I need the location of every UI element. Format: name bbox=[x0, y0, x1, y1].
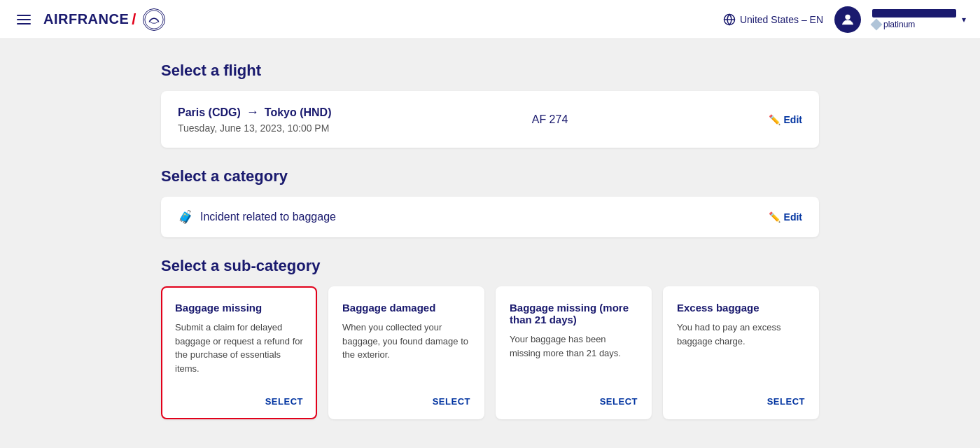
subcategory-select-baggage-missing[interactable]: SELECT bbox=[175, 396, 303, 407]
select-subcategory-title: Select a sub-category bbox=[161, 257, 819, 275]
flight-edit-button[interactable]: ✏️ Edit bbox=[769, 114, 802, 125]
user-name-area: platinum bbox=[872, 9, 956, 29]
logo-emblem-icon bbox=[144, 10, 164, 29]
header: AIRFRANCE / United States – EN bbox=[0, 0, 980, 39]
subcategory-title-baggage-damaged: Baggage damaged bbox=[342, 302, 470, 314]
main-content: Select a flight Paris (CDG) → Tokyo (HND… bbox=[147, 39, 833, 442]
subcategory-select-baggage-missing-21[interactable]: SELECT bbox=[510, 396, 638, 407]
category-card: 🧳 Incident related to baggage ✏️ Edit bbox=[161, 197, 819, 237]
header-right: United States – EN platinum ▾ bbox=[723, 6, 966, 33]
category-name: Incident related to baggage bbox=[200, 211, 336, 223]
baggage-icon: 🧳 bbox=[178, 209, 193, 225]
user-badge-label: platinum bbox=[883, 20, 915, 29]
subcategory-select-baggage-damaged[interactable]: SELECT bbox=[342, 396, 470, 407]
logo: AIRFRANCE / bbox=[43, 8, 165, 31]
category-edit-icon: ✏️ bbox=[769, 211, 780, 223]
select-category-title: Select a category bbox=[161, 167, 819, 186]
logo-text: AIRFRANCE bbox=[43, 11, 129, 27]
category-info: 🧳 Incident related to baggage bbox=[178, 209, 336, 225]
logo-circle bbox=[143, 8, 165, 31]
flight-card: Paris (CDG) → Tokyo (HND) Tuesday, June … bbox=[161, 91, 819, 148]
chevron-down-icon: ▾ bbox=[962, 15, 966, 24]
svg-point-0 bbox=[145, 10, 163, 28]
subcategory-title-baggage-missing-21: Baggage missing (more than 21 days) bbox=[510, 302, 638, 326]
category-edit-label: Edit bbox=[784, 211, 802, 223]
subcategory-grid: Baggage missingSubmit a claim for delaye… bbox=[161, 286, 819, 419]
edit-icon: ✏️ bbox=[769, 114, 780, 125]
user-icon bbox=[840, 12, 855, 27]
subcategory-card-baggage-missing-21[interactable]: Baggage missing (more than 21 days)Your … bbox=[496, 286, 652, 419]
subcategory-card-excess-baggage[interactable]: Excess baggageYou had to pay an excess b… bbox=[663, 286, 819, 419]
locale-text: United States – EN bbox=[740, 14, 823, 25]
subcategory-desc-baggage-missing-21: Your baggage has been missing more than … bbox=[510, 332, 638, 388]
subcategory-card-baggage-damaged[interactable]: Baggage damagedWhen you collected your b… bbox=[328, 286, 484, 419]
logo-slash: / bbox=[132, 10, 136, 29]
subcategory-desc-baggage-damaged: When you collected your baggage, you fou… bbox=[342, 321, 470, 388]
flight-arrow-icon: → bbox=[246, 105, 259, 120]
flight-info: Paris (CDG) → Tokyo (HND) Tuesday, June … bbox=[178, 105, 332, 134]
menu-button[interactable] bbox=[14, 12, 34, 27]
svg-point-1 bbox=[150, 18, 158, 23]
header-left: AIRFRANCE / bbox=[14, 8, 165, 31]
flight-date: Tuesday, June 13, 2023, 10:00 PM bbox=[178, 122, 332, 134]
subcategory-desc-excess-baggage: You had to pay an excess baggage charge. bbox=[677, 321, 805, 388]
user-name-bar bbox=[872, 9, 956, 18]
platinum-icon bbox=[871, 19, 883, 31]
globe-icon bbox=[723, 13, 736, 26]
flight-edit-label: Edit bbox=[784, 114, 802, 125]
user-badge-area: platinum bbox=[872, 20, 915, 29]
subcategory-title-excess-baggage: Excess baggage bbox=[677, 302, 805, 314]
flight-number: AF 274 bbox=[532, 113, 568, 126]
user-avatar[interactable] bbox=[834, 6, 861, 33]
subcategory-desc-baggage-missing: Submit a claim for delayed baggage or re… bbox=[175, 321, 303, 388]
flight-route: Paris (CDG) → Tokyo (HND) bbox=[178, 105, 332, 120]
subcategory-card-baggage-missing[interactable]: Baggage missingSubmit a claim for delaye… bbox=[161, 286, 317, 419]
user-info[interactable]: platinum ▾ bbox=[872, 9, 966, 29]
category-edit-button[interactable]: ✏️ Edit bbox=[769, 211, 802, 223]
locale-selector[interactable]: United States – EN bbox=[723, 13, 823, 26]
subcategory-select-excess-baggage[interactable]: SELECT bbox=[677, 396, 805, 407]
flight-destination: Tokyo (HND) bbox=[265, 106, 332, 119]
svg-point-4 bbox=[845, 14, 850, 19]
subcategory-title-baggage-missing: Baggage missing bbox=[175, 302, 303, 314]
flight-origin: Paris (CDG) bbox=[178, 106, 241, 119]
select-flight-title: Select a flight bbox=[161, 62, 819, 80]
